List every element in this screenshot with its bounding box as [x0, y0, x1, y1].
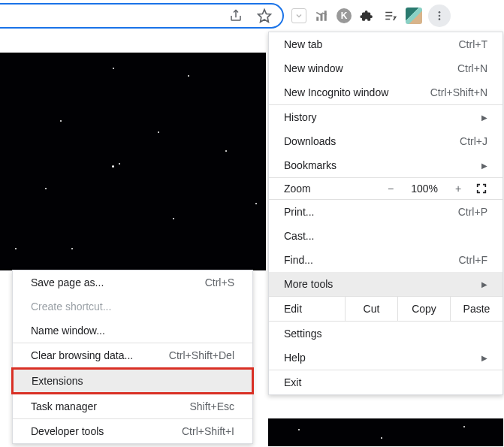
chevron-right-icon: ▶ [481, 162, 487, 170]
chevron-right-icon: ▶ [481, 113, 487, 122]
menu-label: Cast... [284, 230, 314, 242]
submenu-task-manager[interactable]: Task manager Shift+Esc [13, 394, 252, 418]
page-content-dark-2 [268, 418, 503, 446]
menu-shortcut: Ctrl+N [457, 62, 487, 74]
toolbar: K [0, 0, 504, 32]
reading-list-icon[interactable] [382, 7, 400, 25]
menu-label: Help [284, 352, 306, 364]
menu-zoom: Zoom − 100% + [269, 178, 502, 199]
menu-incognito[interactable]: New Incognito window Ctrl+Shift+N [269, 80, 502, 104]
menu-new-tab[interactable]: New tab Ctrl+T [269, 32, 502, 56]
main-menu-button[interactable] [428, 5, 451, 27]
menu-shortcut: Shift+Esc [189, 400, 234, 412]
submenu-developer-tools[interactable]: Developer tools Ctrl+Shift+I [13, 419, 252, 443]
menu-label: Name window... [31, 325, 105, 337]
menu-find[interactable]: Find... Ctrl+F [269, 248, 502, 272]
svg-rect-1 [316, 17, 318, 21]
menu-shortcut: Ctrl+T [459, 38, 488, 50]
menu-label: Clear browsing data... [31, 349, 133, 361]
profile-avatar[interactable] [406, 8, 422, 24]
k-extension-icon[interactable]: K [337, 8, 352, 23]
menu-label: Find... [284, 254, 313, 266]
chevron-right-icon: ▶ [481, 354, 487, 362]
menu-shortcut: Ctrl+Shift+Del [169, 349, 234, 361]
address-bar[interactable] [0, 3, 284, 29]
menu-shortcut: Ctrl+S [205, 276, 234, 288]
svg-point-9 [439, 18, 441, 20]
extension-icons-row: K [284, 5, 451, 27]
zoom-in-button[interactable]: + [448, 183, 468, 195]
menu-shortcut: Ctrl+P [458, 206, 487, 218]
menu-label: Bookmarks [284, 159, 337, 171]
submenu-clear-data[interactable]: Clear browsing data... Ctrl+Shift+Del [13, 343, 252, 367]
cut-button[interactable]: Cut [345, 297, 397, 321]
menu-edit-row: Edit Cut Copy Paste [269, 297, 502, 321]
menu-print[interactable]: Print... Ctrl+P [269, 200, 502, 224]
menu-label: Exit [284, 376, 301, 388]
menu-label: New tab [284, 38, 322, 50]
analytics-icon[interactable] [312, 7, 330, 25]
menu-history[interactable]: History ▶ [269, 105, 502, 129]
page-content-dark [0, 53, 266, 270]
zoom-out-button[interactable]: − [381, 183, 400, 195]
pocket-icon[interactable] [291, 8, 306, 23]
menu-label: New window [284, 62, 343, 74]
share-icon[interactable] [227, 7, 245, 25]
menu-exit[interactable]: Exit [269, 370, 502, 394]
submenu-save-page[interactable]: Save page as... Ctrl+S [13, 270, 252, 294]
menu-label: New Incognito window [284, 86, 388, 98]
chevron-right-icon: ▶ [481, 280, 487, 288]
menu-label: Task manager [31, 400, 97, 412]
menu-label: Save page as... [31, 276, 104, 288]
menu-label: Extensions [32, 375, 83, 387]
menu-label: Create shortcut... [31, 301, 111, 313]
more-tools-submenu: Save page as... Ctrl+S Create shortcut..… [12, 270, 253, 444]
menu-more-tools[interactable]: More tools ▶ [269, 272, 502, 296]
menu-new-window[interactable]: New window Ctrl+N [269, 56, 502, 80]
menu-shortcut: Ctrl+Shift+I [182, 425, 234, 437]
menu-bookmarks[interactable]: Bookmarks ▶ [269, 153, 502, 177]
menu-cast[interactable]: Cast... [269, 224, 502, 248]
menu-shortcut: Ctrl+J [460, 135, 487, 147]
menu-label: More tools [284, 278, 333, 290]
submenu-name-window[interactable]: Name window... [13, 319, 252, 343]
paste-button[interactable]: Paste [450, 297, 502, 321]
menu-settings[interactable]: Settings [269, 322, 502, 346]
menu-shortcut: Ctrl+F [459, 254, 488, 266]
svg-point-8 [439, 15, 441, 17]
zoom-value: 100% [411, 183, 438, 195]
svg-point-7 [439, 11, 441, 14]
menu-shortcut: Ctrl+Shift+N [430, 86, 487, 98]
main-menu: New tab Ctrl+T New window Ctrl+N New Inc… [268, 32, 503, 395]
submenu-create-shortcut: Create shortcut... [13, 294, 252, 319]
edit-label: Edit [269, 297, 345, 321]
fullscreen-icon[interactable] [475, 183, 495, 195]
zoom-label: Zoom [284, 183, 373, 195]
menu-label: Settings [284, 328, 322, 340]
menu-label: History [284, 111, 317, 123]
menu-label: Print... [284, 206, 314, 218]
extensions-puzzle-icon[interactable] [358, 7, 376, 25]
copy-button[interactable]: Copy [397, 297, 450, 321]
star-icon[interactable] [255, 7, 273, 25]
menu-downloads[interactable]: Downloads Ctrl+J [269, 129, 502, 153]
svg-marker-0 [258, 10, 271, 23]
menu-label: Downloads [284, 135, 336, 147]
menu-help[interactable]: Help ▶ [269, 346, 502, 370]
menu-label: Developer tools [31, 425, 104, 437]
submenu-extensions[interactable]: Extensions [11, 367, 254, 394]
svg-rect-3 [324, 11, 327, 21]
